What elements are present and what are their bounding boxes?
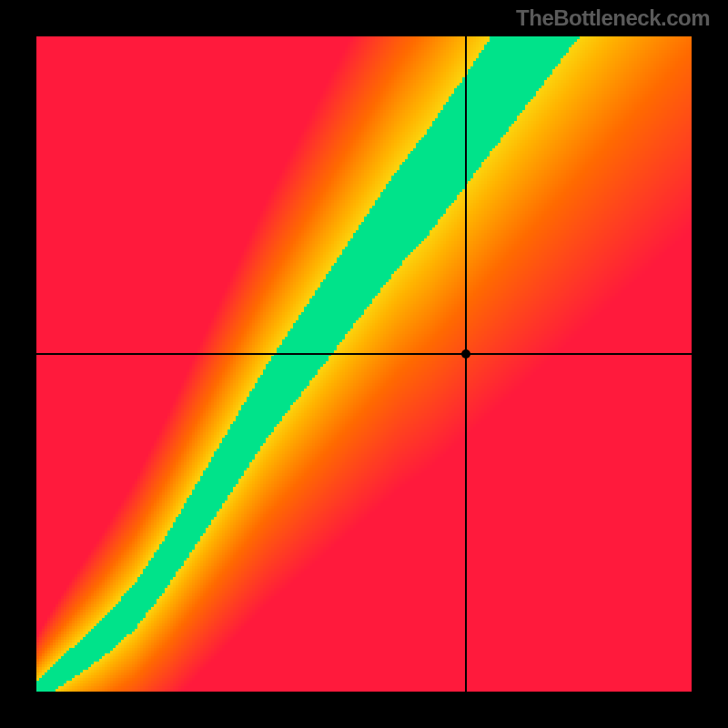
heatmap-chart	[36, 36, 692, 692]
watermark-label: TheBottleneck.com	[516, 5, 710, 31]
heatmap-canvas	[36, 36, 692, 692]
crosshair-vertical	[465, 36, 467, 692]
chart-container: TheBottleneck.com	[0, 0, 728, 728]
data-point-marker	[461, 349, 470, 359]
crosshair-horizontal	[36, 353, 692, 355]
